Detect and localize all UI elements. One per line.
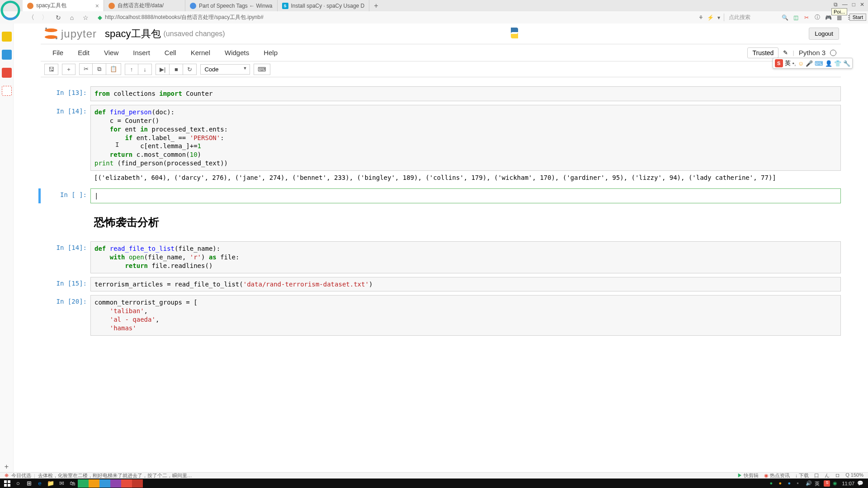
sidebar-fav-icon[interactable] (2, 32, 12, 42)
sidebar-weibo-icon[interactable] (2, 68, 12, 78)
run-button[interactable]: ▶| (156, 64, 170, 75)
game-icon[interactable]: 🎮 (825, 14, 832, 21)
zoom-level[interactable]: Q 150% (845, 472, 863, 479)
code-cell[interactable]: In [14]: def find_person(doc): c = Count… (41, 105, 841, 185)
code-input[interactable]: | (90, 188, 841, 203)
celltype-select[interactable]: Code (200, 64, 250, 75)
copy-button[interactable]: ⧉ (93, 63, 106, 75)
jupyter-logo[interactable]: jupyter (43, 26, 97, 42)
sidebar-docs-icon[interactable] (2, 50, 12, 60)
start-menu[interactable] (2, 479, 13, 488)
code-cell[interactable]: In [14]: def read_file_to_list(file_name… (41, 241, 841, 273)
status-icon[interactable]: ロ (835, 472, 840, 479)
logout-button[interactable]: Logout (809, 28, 839, 40)
browser-tab-1[interactable]: 自然语言处理/data/ (104, 0, 185, 11)
menu-cell[interactable]: Cell (157, 47, 184, 58)
add-cell-button[interactable]: + (62, 64, 75, 75)
volume-icon[interactable]: 🔊 (806, 480, 812, 487)
kernel-name[interactable]: Python 3 (799, 49, 826, 56)
menu-view[interactable]: View (97, 47, 126, 58)
taskview-icon[interactable]: ⊞ (24, 479, 34, 488)
browser-tab-3[interactable]: S Install spaCy · spaCy Usage D (278, 0, 370, 11)
360-icon[interactable] (78, 479, 89, 488)
ime-emoji-icon[interactable]: ☺ (798, 60, 804, 67)
app-icon[interactable] (121, 479, 132, 488)
edge-icon[interactable]: e (34, 479, 45, 488)
mail-icon[interactable]: ✉ (56, 479, 67, 488)
close-icon[interactable]: × (95, 2, 99, 9)
move-down-button[interactable]: ↓ (138, 64, 152, 75)
move-up-button[interactable]: ↑ (125, 64, 138, 75)
edit-icon[interactable]: ✎ (783, 49, 788, 56)
ime-keyboard-icon[interactable]: ⌨ (815, 60, 823, 67)
browser-tab-2[interactable]: Part of Speech Tags ← Winwa (185, 0, 278, 11)
stop-button[interactable]: ■ (170, 64, 183, 75)
star-icon[interactable]: ☆ (81, 14, 90, 21)
back-icon[interactable]: 〈 (27, 14, 35, 22)
menu-kernel[interactable]: Kernel (184, 47, 217, 58)
hotnews-link[interactable]: ◉ 热点资讯 (764, 472, 790, 479)
code-input[interactable]: def read_file_to_list(file_name): with o… (90, 241, 841, 273)
share-icon[interactable]: ⚘ (698, 14, 703, 21)
code-input[interactable]: terrorism_articles = read_file_to_list('… (90, 277, 841, 292)
download-link[interactable]: ↓ 下载 (795, 472, 809, 479)
explorer-icon[interactable]: 📁 (45, 479, 56, 488)
menu-help[interactable]: Help (256, 47, 285, 58)
app-icon[interactable] (132, 479, 143, 488)
menu-file[interactable]: File (45, 47, 71, 58)
window-maximize-icon[interactable]: □ (852, 1, 855, 8)
code-input[interactable]: def find_person(doc): c = Counter() for … (90, 105, 841, 171)
search-input[interactable]: 点此搜索 (724, 14, 778, 21)
cortana-icon[interactable]: ○ (13, 479, 24, 488)
code-input[interactable]: common_terrorist_groups = [ 'taliban', '… (90, 295, 841, 336)
code-cell[interactable]: In [20]: common_terrorist_groups = [ 'ta… (41, 295, 841, 336)
forward-icon[interactable]: 〉 (41, 14, 49, 22)
quickedit-link[interactable]: ▶ 快剪辑 (737, 472, 759, 479)
home-icon[interactable]: ⌂ (68, 14, 76, 21)
code-cell-selected[interactable]: In [ ]: | (38, 188, 841, 203)
status-icon[interactable]: ん (825, 472, 830, 479)
app-icon[interactable] (110, 479, 121, 488)
tray-icon[interactable]: ● (769, 480, 776, 487)
clock[interactable]: 11:07 (842, 481, 854, 486)
ime-punct-icon[interactable]: •, (793, 60, 796, 67)
paste-button[interactable]: 📋 (106, 63, 121, 75)
store-icon[interactable]: 🛍 (67, 479, 78, 488)
app-icon[interactable] (99, 479, 110, 488)
app-icon[interactable] (89, 479, 99, 488)
refresh-icon[interactable]: ↻ (54, 14, 62, 21)
tray-icon[interactable]: ● (788, 480, 794, 487)
code-cell[interactable]: In [13]: from collections import Counter (41, 86, 841, 101)
extension-icon[interactable]: ◫ (792, 14, 799, 21)
menu-widgets[interactable]: Widgets (217, 47, 256, 58)
network-icon[interactable]: ▫ (797, 480, 803, 487)
sidebar-mail-icon[interactable] (2, 86, 12, 96)
code-input[interactable]: from collections import Counter (90, 86, 841, 101)
window-close-icon[interactable]: ✕ (860, 1, 864, 8)
save-button[interactable]: 🖫 (44, 64, 58, 75)
more-icon[interactable]: ⓘ (814, 14, 821, 21)
status-text[interactable]: 去体检，化验室在二楼，刚好电梯来了就进去了，按了个二，瞬间里… (38, 472, 192, 479)
start-button[interactable]: Start (849, 14, 866, 21)
search-icon[interactable]: 🔍 (782, 14, 788, 21)
dropdown-icon[interactable]: ▾ (717, 14, 720, 21)
status-icon[interactable]: 口 (814, 472, 819, 479)
window-minimize-icon[interactable]: — (842, 1, 848, 8)
ime-skin-icon[interactable]: 👕 (834, 60, 841, 67)
flash-icon[interactable]: ⚡ (707, 14, 714, 21)
ime-toolbar[interactable]: S 英 •, ☺ 🎤 ⌨ 👤 👕 🔧 (773, 58, 853, 69)
scissor-icon[interactable]: ✂ (803, 14, 810, 21)
notebook-title[interactable]: spacy工具包 (105, 27, 160, 41)
ime-tool-icon[interactable]: 🔧 (843, 60, 850, 67)
markdown-cell[interactable]: 恐怖袭击分析 (41, 212, 841, 232)
add-tab-button[interactable]: + (369, 2, 382, 10)
ime-lang[interactable]: 英 (785, 59, 791, 67)
command-palette-button[interactable]: ⌨ (254, 64, 270, 75)
ime-user-icon[interactable]: 👤 (825, 60, 832, 67)
menu-insert[interactable]: Insert (126, 47, 157, 58)
cut-button[interactable]: ✂ (79, 63, 93, 75)
code-cell[interactable]: In [15]: terrorism_articles = read_file_… (41, 277, 841, 292)
ime-tray-icon[interactable]: 英 (815, 480, 821, 487)
trusted-badge[interactable]: Trusted (747, 47, 778, 58)
sidebar-add-icon[interactable]: + (5, 463, 9, 471)
